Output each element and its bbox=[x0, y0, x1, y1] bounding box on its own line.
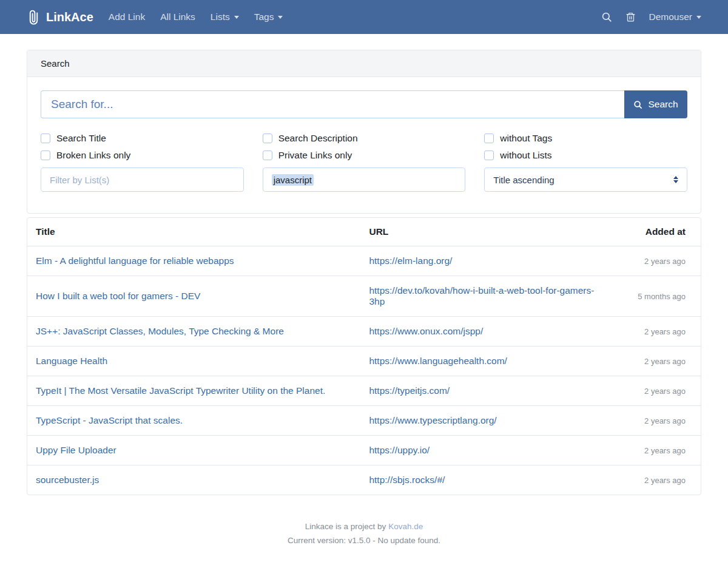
link-title[interactable]: TypeIt | The Most Versatile JavaScript T… bbox=[36, 385, 325, 396]
paperclip-icon bbox=[27, 10, 41, 24]
table-row: Uppy File Uploader https://uppy.io/ 2 ye… bbox=[27, 436, 701, 465]
chevron-down-icon bbox=[696, 16, 701, 19]
checkbox-box bbox=[41, 134, 50, 143]
table-row: TypeIt | The Most Versatile JavaScript T… bbox=[27, 376, 701, 406]
table-row: sourcebuster.js http://sbjs.rocks/#/ 2 y… bbox=[27, 465, 701, 495]
link-url[interactable]: https://www.languagehealth.com/ bbox=[369, 356, 507, 366]
checkbox-private-links-only[interactable]: Private Links only bbox=[263, 149, 466, 162]
column-header-title: Title bbox=[27, 218, 360, 246]
checkbox-box bbox=[263, 134, 272, 143]
results-card: Title URL Added at Elm - A delightful la… bbox=[27, 217, 701, 495]
link-title[interactable]: TypeScript - JavaScript that scales. bbox=[36, 415, 183, 425]
search-icon bbox=[633, 100, 642, 109]
link-url[interactable]: https://uppy.io/ bbox=[369, 445, 430, 455]
search-button[interactable]: Search bbox=[624, 90, 687, 118]
trash-icon[interactable] bbox=[625, 12, 636, 22]
link-url[interactable]: https://elm-lang.org/ bbox=[369, 255, 452, 266]
added-at: 2 years ago bbox=[610, 347, 701, 376]
footer-credit: Linkace is a project by Kovah.de bbox=[27, 519, 701, 533]
checkbox-box bbox=[263, 151, 272, 160]
sort-icon bbox=[673, 176, 678, 183]
user-menu-dropdown[interactable]: Demouser bbox=[649, 12, 702, 22]
selected-text: javascript bbox=[272, 174, 314, 186]
checkbox-broken-links-only[interactable]: Broken Links only bbox=[41, 149, 244, 162]
link-url[interactable]: https://www.typescriptlang.org/ bbox=[369, 415, 496, 425]
page-footer: Linkace is a project by Kovah.de Current… bbox=[27, 519, 701, 565]
link-title[interactable]: Language Health bbox=[36, 356, 107, 366]
link-title[interactable]: sourcebuster.js bbox=[36, 475, 99, 485]
link-title[interactable]: JS++: JavaScript Classes, Modules, Type … bbox=[36, 326, 284, 336]
link-url[interactable]: https://dev.to/kovah/how-i-built-a-web-t… bbox=[369, 285, 594, 306]
filter-by-lists-input[interactable] bbox=[41, 167, 244, 192]
nav-item-add-link[interactable]: Add Link bbox=[109, 12, 145, 22]
search-options: Search Title Search Description without … bbox=[41, 132, 687, 162]
table-row: How I built a web tool for gamers - DEV … bbox=[27, 276, 701, 317]
checkbox-box bbox=[484, 151, 494, 160]
chevron-down-icon bbox=[234, 16, 239, 19]
brand-link[interactable]: LinkAce bbox=[27, 10, 93, 24]
nav-item-lists-dropdown[interactable]: Lists bbox=[211, 12, 239, 22]
link-title[interactable]: How I built a web tool for gamers - DEV bbox=[36, 291, 200, 301]
order-by-select[interactable]: Title ascending bbox=[484, 167, 687, 192]
search-card: Search Search Search Title Search Descri… bbox=[27, 50, 701, 214]
table-row: Elm - A delightful language for reliable… bbox=[27, 246, 701, 276]
footer-version: Current version: v1.5.0 - No update foun… bbox=[27, 533, 701, 547]
order-by-value: Title ascending bbox=[493, 175, 554, 185]
top-navbar: LinkAce Add Link All Links Lists Tags De… bbox=[0, 0, 728, 34]
checkbox-search-title[interactable]: Search Title bbox=[41, 132, 244, 145]
checkbox-without-tags[interactable]: without Tags bbox=[484, 132, 687, 145]
table-row: Language Health https://www.languageheal… bbox=[27, 347, 701, 376]
link-title[interactable]: Elm - A delightful language for reliable… bbox=[36, 255, 234, 266]
column-header-url: URL bbox=[360, 218, 610, 246]
added-at: 2 years ago bbox=[610, 436, 701, 465]
kovah-link[interactable]: Kovah.de bbox=[388, 522, 423, 531]
nav-item-tags-dropdown[interactable]: Tags bbox=[254, 12, 283, 22]
table-row: TypeScript - JavaScript that scales. htt… bbox=[27, 406, 701, 436]
added-at: 2 years ago bbox=[610, 406, 701, 436]
search-icon[interactable] bbox=[601, 12, 612, 22]
checkbox-box bbox=[484, 134, 494, 143]
user-name: Demouser bbox=[649, 12, 693, 22]
table-header-row: Title URL Added at bbox=[27, 218, 701, 246]
added-at: 2 years ago bbox=[610, 465, 701, 495]
checkbox-without-lists[interactable]: without Lists bbox=[484, 149, 687, 162]
results-table: Title URL Added at Elm - A delightful la… bbox=[27, 218, 701, 495]
chevron-down-icon bbox=[278, 16, 283, 19]
filter-by-tags-input[interactable]: javascript bbox=[263, 167, 466, 192]
search-input[interactable] bbox=[41, 90, 624, 118]
link-url[interactable]: https://www.onux.com/jspp/ bbox=[369, 326, 483, 336]
link-url[interactable]: https://typeitjs.com/ bbox=[369, 385, 450, 396]
table-row: JS++: JavaScript Classes, Modules, Type … bbox=[27, 317, 701, 347]
link-title[interactable]: Uppy File Uploader bbox=[36, 445, 116, 455]
added-at: 5 months ago bbox=[610, 276, 701, 317]
column-header-added-at: Added at bbox=[610, 218, 701, 246]
checkbox-box bbox=[41, 151, 50, 160]
main-menu: Add Link All Links Lists Tags bbox=[109, 12, 283, 22]
link-url[interactable]: http://sbjs.rocks/#/ bbox=[369, 475, 445, 485]
nav-item-all-links[interactable]: All Links bbox=[160, 12, 195, 22]
brand-label: LinkAce bbox=[46, 10, 93, 24]
checkbox-search-description[interactable]: Search Description bbox=[263, 132, 466, 145]
added-at: 2 years ago bbox=[610, 317, 701, 347]
search-card-header: Search bbox=[27, 50, 701, 77]
added-at: 2 years ago bbox=[610, 376, 701, 406]
added-at: 2 years ago bbox=[610, 246, 701, 276]
